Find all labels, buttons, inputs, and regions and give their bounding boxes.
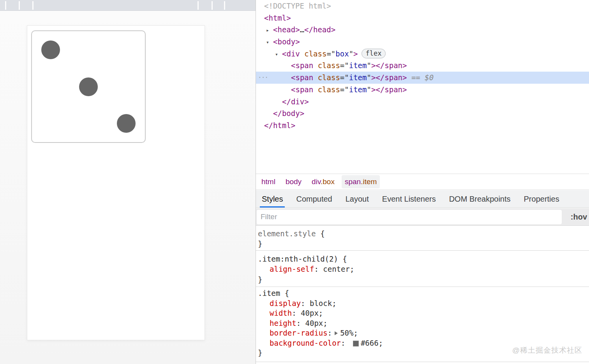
dice-dot [79,77,98,96]
style-rule-row[interactable]: .item { [258,288,589,299]
code-token: <span [291,73,318,82]
css-token: center; [323,265,354,273]
code-token: item [349,73,367,82]
css-token: width [270,309,292,317]
expand-arrow-icon[interactable]: ▸ [266,25,273,37]
dom-tree-row[interactable]: ▾<div class="box">flex [256,48,589,60]
css-token: .item { [258,289,289,297]
css-token: : [341,339,350,347]
style-rule-row[interactable]: .item:nth-child(2) { [258,254,589,264]
css-token: block; [310,299,337,308]
code-token: =" [340,85,349,94]
styles-pane: element.style {}.item:nth-child(2) {alig… [256,226,589,364]
code-token: class [318,61,340,70]
dom-tree-row[interactable]: <html> [256,12,589,24]
code-token: > [371,73,376,82]
dom-tree-row[interactable]: ···<span class="item"></span> == $0 [256,72,589,84]
code-token: =" [340,73,349,82]
css-token: { [316,229,325,238]
hov-toggle[interactable]: :hov [571,208,587,226]
code-token: == [407,73,425,82]
code-token: class [318,85,340,94]
css-token: } [258,348,262,357]
flex-badge[interactable]: flex [362,49,386,58]
code-token: <head> [273,25,300,34]
filter-input[interactable] [257,210,562,224]
tab-styles[interactable]: Styles [261,190,284,207]
dom-tree-row[interactable]: </body> [256,107,589,120]
dom-tree: <!DOCTYPE html><html>▸<head>…</head>▾<bo… [256,0,589,174]
expand-arrow-icon[interactable]: ▾ [275,49,282,61]
code-token: " [367,85,371,94]
code-token: > [371,61,376,70]
css-token: 40px; [301,309,323,317]
breadcrumb-part: span [345,178,361,186]
breadcrumb-part: div [312,178,321,186]
code-token: <body> [273,37,300,46]
color-swatch-icon[interactable] [353,341,359,346]
breadcrumb-part: body [286,178,302,186]
code-token: " [349,49,353,58]
css-token: 50%; [340,329,358,337]
style-rule-row[interactable]: } [258,239,589,249]
tab-separator [32,1,34,10]
overflow-dots-icon[interactable]: ··· [258,72,268,84]
code-token: box [335,49,349,58]
browser-tab-strip[interactable] [0,0,256,11]
css-token: .item:nth-child(2) { [258,255,347,263]
tab-event-listeners[interactable]: Event Listeners [381,190,437,207]
style-rule-row[interactable]: width: 40px; [258,308,589,318]
code-token: </div> [282,97,309,106]
style-section: element.style {} [256,226,589,251]
dice-dot [117,114,136,133]
style-section: .item:nth-child(2) {align-self: center;} [256,251,589,287]
dom-tree-row[interactable]: <span class="item"></span> [256,84,589,96]
breadcrumb-part: .box [321,178,335,186]
dom-tree-row[interactable]: </html> [256,120,589,132]
code-token: </span> [376,73,407,82]
style-rule-row[interactable]: element.style { [258,229,589,239]
code-token: item [349,61,367,70]
breadcrumb-part: html [261,178,275,186]
style-rule-row[interactable]: display: block; [258,299,589,309]
code-token: <!DOCTYPE html> [264,2,331,10]
code-token: </head> [304,25,335,34]
style-rule-row[interactable]: height: 40px; [258,318,589,329]
breadcrumb-part: .item [361,178,377,186]
expand-triangle-icon[interactable] [335,331,338,335]
style-rule-row[interactable]: align-self: center; [258,264,589,274]
content-panel [27,25,205,340]
dom-tree-row[interactable]: ▾<body> [256,36,589,48]
css-token: : [328,329,332,337]
dom-tree-row[interactable]: </div> [256,96,589,108]
styles-tabs: StylesComputedLayoutEvent ListenersDOM B… [256,190,589,208]
css-token: : [292,309,301,317]
expand-arrow-icon[interactable]: ▾ [266,37,273,49]
code-token: > [353,49,358,58]
style-rule-row[interactable]: } [258,274,589,285]
css-token: } [258,239,262,248]
breadcrumb-item[interactable]: html [258,175,279,188]
style-rule-row[interactable]: border-radius:50%; [258,328,589,338]
tab-computed[interactable]: Computed [295,190,333,207]
tab-dom-breakpoints[interactable]: DOM Breakpoints [448,190,512,207]
page-viewport [0,11,256,364]
css-token: : [296,319,305,327]
tab-layout[interactable]: Layout [344,190,370,207]
dice-dot [41,40,60,59]
code-token: item [349,85,367,94]
dom-tree-row[interactable]: <!DOCTYPE html> [256,0,589,12]
dom-tree-row[interactable]: <span class="item"></span> [256,60,589,72]
code-token: > [371,85,376,94]
css-token: : [314,265,323,273]
code-token: <span [291,61,318,70]
code-token: <html> [264,14,291,22]
breadcrumb-item[interactable]: div.box [309,175,338,188]
css-token: border-radius [270,329,328,337]
devtools-panel: <!DOCTYPE html><html>▸<head>…</head>▾<bo… [256,0,589,364]
tab-separator [19,1,20,10]
breadcrumb-item[interactable]: body [282,175,305,188]
breadcrumb-item[interactable]: span.item [342,175,380,188]
dom-tree-row[interactable]: ▸<head>…</head> [256,24,589,36]
tab-properties[interactable]: Properties [523,190,561,207]
